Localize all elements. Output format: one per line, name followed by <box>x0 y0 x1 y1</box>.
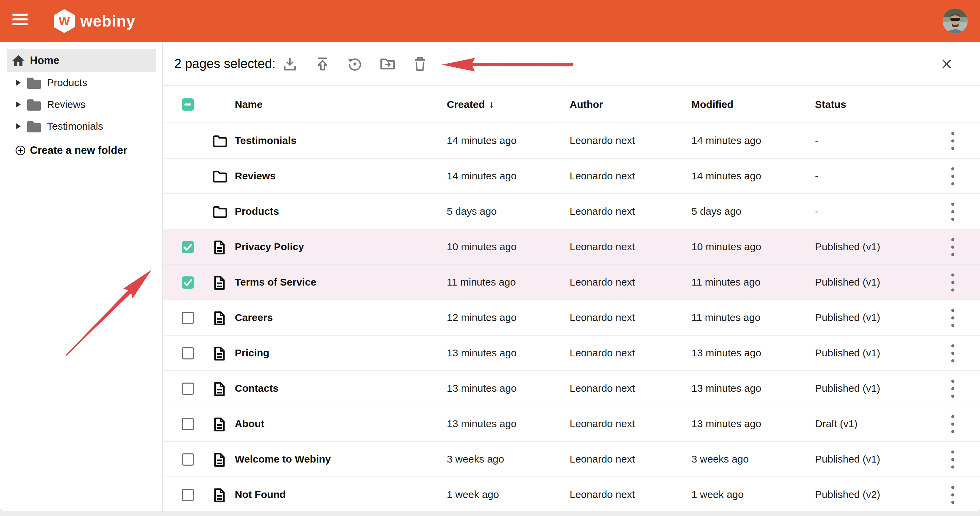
row-menu-button[interactable] <box>950 484 956 505</box>
document-icon <box>212 346 227 361</box>
sidebar-home-label: Home <box>30 54 59 67</box>
row-checkbox[interactable] <box>182 312 194 324</box>
table-row[interactable]: About 13 minutes ago Leonardo next 13 mi… <box>163 406 980 442</box>
cell-name[interactable]: Terms of Service <box>235 265 317 299</box>
cell-name[interactable]: Reviews <box>235 159 275 193</box>
kebab-menu-icon <box>950 343 955 364</box>
sidebar-folder-label: Reviews <box>47 99 86 110</box>
kebab-menu-icon <box>950 378 955 399</box>
folder-icon <box>212 134 227 149</box>
download-icon[interactable] <box>282 56 298 72</box>
selection-count-label: 2 pages selected: <box>174 42 275 86</box>
row-checkbox[interactable] <box>182 418 194 430</box>
webiny-logo[interactable]: W webiny <box>54 6 135 36</box>
cell-status: Published (v1) <box>815 371 880 406</box>
row-menu-button[interactable] <box>950 449 956 470</box>
cell-author: Leonardo next <box>570 477 635 511</box>
row-checkbox-checked[interactable] <box>182 276 194 289</box>
cell-name[interactable]: Not Found <box>235 477 286 511</box>
column-header-modified: Modified <box>692 86 733 123</box>
cell-name[interactable]: Contacts <box>235 371 278 406</box>
select-all-checkbox[interactable] <box>182 98 194 111</box>
expand-caret-icon[interactable] <box>16 80 21 86</box>
cell-status: Published (v1) <box>815 336 880 370</box>
cell-name[interactable]: Pricing <box>235 336 269 370</box>
cell-modified: 14 minutes ago <box>692 123 761 158</box>
row-checkbox-checked[interactable] <box>182 241 194 253</box>
cell-created: 13 minutes ago <box>447 406 517 441</box>
document-icon <box>212 276 227 290</box>
table-row[interactable]: Careers 12 minutes ago Leonardo next 11 … <box>163 300 980 336</box>
cell-author: Leonardo next <box>570 159 635 193</box>
folder-icon <box>212 205 227 220</box>
delete-icon[interactable] <box>412 56 428 72</box>
row-menu-button[interactable] <box>950 378 956 399</box>
cell-author: Leonardo next <box>570 123 635 158</box>
sidebar-item-testimonials[interactable]: Testimonials <box>0 115 163 137</box>
sidebar-item-reviews[interactable]: Reviews <box>0 94 163 115</box>
row-menu-button[interactable] <box>950 307 956 328</box>
avatar[interactable] <box>943 8 968 34</box>
cell-created: 14 minutes ago <box>447 123 517 158</box>
cell-name[interactable]: Testimonials <box>235 123 296 158</box>
column-header-created[interactable]: Created ↓ <box>447 86 495 123</box>
table-row[interactable]: Privacy Policy 10 minutes ago Leonardo n… <box>163 229 980 265</box>
row-menu-button[interactable] <box>950 237 956 258</box>
create-folder-button[interactable]: Create a new folder <box>0 141 163 160</box>
row-menu-button[interactable] <box>950 166 956 187</box>
cell-name[interactable]: Welcome to Webiny <box>235 442 331 476</box>
table-header: Name Created ↓ Author Modified Status <box>163 86 980 123</box>
move-to-folder-icon[interactable] <box>380 56 395 72</box>
row-checkbox[interactable] <box>182 489 194 501</box>
sidebar-item-products[interactable]: Products <box>0 72 163 94</box>
top-app-bar: W webiny <box>0 0 980 42</box>
sidebar-item-home[interactable]: Home <box>7 49 156 72</box>
cell-name[interactable]: Careers <box>235 300 273 335</box>
cell-status: Published (v1) <box>815 300 880 335</box>
table-row[interactable]: Not Found 1 week ago Leonardo next 1 wee… <box>163 477 980 511</box>
row-menu-button[interactable] <box>950 414 956 435</box>
cell-modified: 11 minutes ago <box>692 265 760 299</box>
cell-name[interactable]: Privacy Policy <box>235 229 304 264</box>
cell-name[interactable]: Products <box>235 194 279 229</box>
row-checkbox[interactable] <box>182 453 194 466</box>
cell-modified: 14 minutes ago <box>692 159 761 193</box>
cell-status: Published (v2) <box>815 477 880 511</box>
cell-author: Leonardo next <box>570 265 635 299</box>
cell-author: Leonardo next <box>570 371 635 406</box>
webiny-logo-icon: W <box>54 9 75 33</box>
publish-icon[interactable] <box>315 56 331 72</box>
column-header-status: Status <box>815 86 846 123</box>
row-menu-button[interactable] <box>950 131 956 151</box>
cell-created: 3 weeks ago <box>447 442 504 476</box>
table-row[interactable]: Welcome to Webiny 3 weeks ago Leonardo n… <box>163 442 980 477</box>
table-row[interactable]: Pricing 13 minutes ago Leonardo next 13 … <box>163 336 980 371</box>
expand-caret-icon[interactable] <box>16 102 21 108</box>
cell-created: 10 minutes ago <box>447 229 517 264</box>
hamburger-icon[interactable] <box>12 14 28 29</box>
table-row[interactable]: Testimonials 14 minutes ago Leonardo nex… <box>163 123 980 159</box>
cell-status: - <box>815 159 818 193</box>
restore-icon[interactable] <box>347 56 363 72</box>
kebab-menu-icon <box>950 307 955 328</box>
row-checkbox[interactable] <box>182 382 194 395</box>
row-checkbox[interactable] <box>182 347 194 360</box>
row-menu-button[interactable] <box>950 201 956 222</box>
table-row[interactable]: Terms of Service 11 minutes ago Leonardo… <box>163 265 980 300</box>
checkmark-icon <box>182 241 194 253</box>
row-menu-button[interactable] <box>950 272 956 293</box>
sidebar-folder-label: Testimonials <box>47 121 103 132</box>
sidebar: Home Products Reviews Testimonials <box>0 42 163 511</box>
row-menu-button[interactable] <box>950 343 956 364</box>
table-row[interactable]: Products 5 days ago Leonardo next 5 days… <box>163 194 980 229</box>
cell-name[interactable]: About <box>235 406 264 441</box>
cell-modified: 13 minutes ago <box>692 406 761 441</box>
table-row[interactable]: Contacts 13 minutes ago Leonardo next 13… <box>163 371 980 406</box>
table-row[interactable]: Reviews 14 minutes ago Leonardo next 14 … <box>163 159 980 194</box>
home-icon <box>11 54 25 67</box>
expand-caret-icon[interactable] <box>16 123 21 129</box>
close-icon[interactable] <box>940 57 953 71</box>
document-icon <box>212 382 227 397</box>
kebab-menu-icon <box>950 131 955 151</box>
sort-desc-icon[interactable]: ↓ <box>489 98 495 111</box>
